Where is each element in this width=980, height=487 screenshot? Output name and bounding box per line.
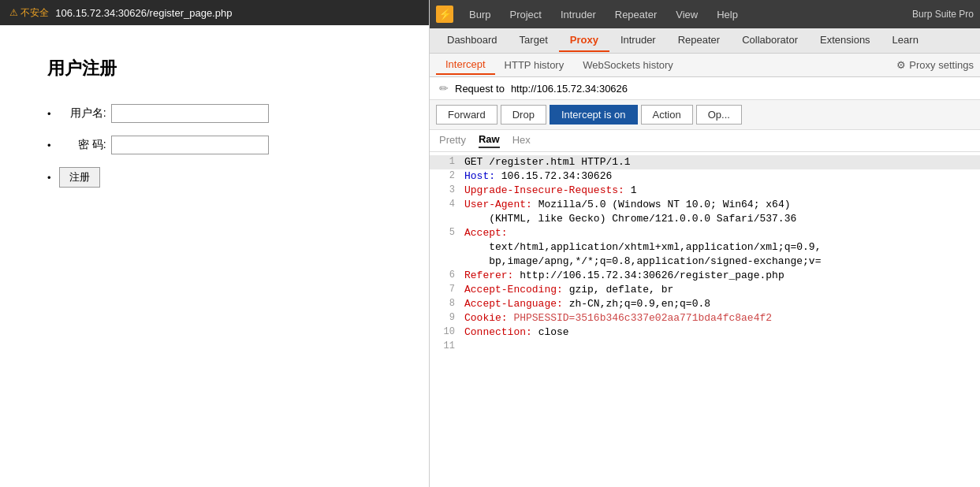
http-line-2: 2 Host: 106.15.72.34:30626 — [430, 169, 980, 184]
action-bar: Forward Drop Intercept is on Action Op..… — [430, 100, 980, 130]
http-line-8: 8 Accept-Language: zh-CN,zh;q=0.9,en;q=0… — [430, 297, 980, 311]
line-num-5b — [436, 241, 455, 254]
password-label: 密 码: — [59, 138, 106, 152]
line-content-4: User-Agent: Mozilla/5.0 (Windows NT 10.0… — [464, 199, 790, 211]
http-line-7: 7 Accept-Encoding: gzip, deflate, br — [430, 283, 980, 297]
tab-target[interactable]: Target — [509, 29, 559, 52]
line-num-5c — [436, 255, 455, 268]
view-tab-raw[interactable]: Raw — [479, 133, 500, 148]
line-num-2: 2 — [436, 170, 455, 183]
forward-button[interactable]: Forward — [436, 105, 497, 125]
sub-tab-websockets[interactable]: WebSockets history — [573, 56, 683, 74]
submit-row: • 注册 — [47, 167, 100, 188]
http-line-9: 9 Cookie: PHPSESSID=3516b346c337e02aa771… — [430, 311, 980, 325]
line-num-3: 3 — [436, 184, 455, 197]
line-num-1: 1 — [436, 156, 455, 169]
view-tab-pretty[interactable]: Pretty — [439, 134, 466, 147]
page-title: 用户注册 — [47, 57, 117, 80]
line-num-4b — [436, 213, 455, 225]
http-line-10: 10 Connection: close — [430, 325, 980, 340]
request-url: http://106.15.72.34:30626 — [511, 83, 628, 95]
proxy-settings-label: Proxy settings — [909, 59, 974, 71]
line-num-8: 8 — [436, 298, 455, 310]
line-num-10: 10 — [436, 326, 455, 339]
sub-tab-intercept[interactable]: Intercept — [436, 55, 495, 75]
line-content-1: GET /register.html HTTP/1.1 — [464, 156, 631, 169]
http-content: 1 GET /register.html HTTP/1.1 2 Host: 10… — [430, 152, 980, 487]
tab-extensions[interactable]: Extensions — [809, 29, 881, 52]
http-line-5c: bp,image/apng,*/*;q=0.8,application/sign… — [430, 255, 980, 269]
bullet-3: • — [47, 172, 51, 184]
line-num-11: 11 — [436, 340, 455, 353]
line-content-5c: bp,image/apng,*/*;q=0.8,application/sign… — [464, 255, 821, 268]
menu-help[interactable]: Help — [714, 7, 741, 22]
http-line-6: 6 Referer: http://106.15.72.34:30626/reg… — [430, 269, 980, 283]
sub-tab-http-history[interactable]: HTTP history — [495, 56, 574, 74]
menu-bar: ⚡ Burp Project Intruder Repeater View He… — [430, 0, 980, 28]
proxy-settings-button[interactable]: ⚙ Proxy settings — [896, 59, 974, 71]
line-content-4b: (KHTML, like Gecko) Chrome/121.0.0.0 Saf… — [464, 213, 796, 225]
drop-button[interactable]: Drop — [501, 105, 546, 125]
line-content-5b: text/html,application/xhtml+xml,applicat… — [464, 241, 821, 254]
address-bar: ⚠ 不安全 106.15.72.34:30626/register_page.p… — [0, 0, 429, 25]
line-content-5: Accept: — [464, 227, 508, 240]
line-content-7: Accept-Encoding: gzip, deflate, br — [464, 284, 673, 296]
request-info-bar: ✏ Request to http://106.15.72.34:30626 — [430, 77, 980, 100]
http-line-5b: text/html,application/xhtml+xml,applicat… — [430, 240, 980, 255]
menu-repeater[interactable]: Repeater — [612, 7, 660, 22]
tab-proxy[interactable]: Proxy — [559, 29, 609, 52]
line-num-6: 6 — [436, 270, 455, 282]
open-button[interactable]: Op... — [696, 105, 742, 125]
line-num-7: 7 — [436, 284, 455, 296]
line-content-10: Connection: close — [464, 326, 569, 339]
username-row: • 用户名: — [47, 104, 269, 123]
burp-title: Burp Suite Pro — [912, 9, 974, 20]
bullet-2: • — [47, 139, 51, 151]
http-line-3: 3 Upgrade-Insecure-Requests: 1 — [430, 184, 980, 198]
tab-learn[interactable]: Learn — [881, 29, 930, 52]
menu-burp[interactable]: Burp — [466, 7, 494, 22]
burp-logo: ⚡ — [436, 6, 453, 23]
tab-intruder[interactable]: Intruder — [609, 29, 667, 52]
sub-tab-bar: Intercept HTTP history WebSockets histor… — [430, 54, 980, 77]
menu-view[interactable]: View — [673, 7, 701, 22]
view-tabs: Pretty Raw Hex — [430, 130, 980, 152]
line-num-4: 4 — [436, 199, 455, 211]
line-num-5: 5 — [436, 227, 455, 240]
intercept-on-button[interactable]: Intercept is on — [550, 105, 638, 125]
http-line-11: 11 — [430, 340, 980, 354]
request-prefix: Request to — [455, 83, 505, 95]
menu-intruder[interactable]: Intruder — [557, 7, 599, 22]
submit-button[interactable]: 注册 — [59, 167, 100, 188]
gear-icon: ⚙ — [896, 59, 906, 71]
line-content-8: Accept-Language: zh-CN,zh;q=0.9,en;q=0.8 — [464, 298, 710, 310]
pencil-icon: ✏ — [439, 82, 449, 95]
line-num-9: 9 — [436, 312, 455, 325]
line-content-2: Host: 106.15.72.34:30626 — [464, 170, 612, 183]
username-input[interactable] — [111, 104, 269, 123]
http-line-4b: (KHTML, like Gecko) Chrome/121.0.0.0 Saf… — [430, 212, 980, 226]
tab-dashboard[interactable]: Dashboard — [436, 29, 509, 52]
burp-panel: ⚡ Burp Project Intruder Repeater View He… — [430, 0, 980, 487]
line-content-3: Upgrade-Insecure-Requests: 1 — [464, 184, 636, 197]
tab-repeater[interactable]: Repeater — [667, 29, 731, 52]
warning-icon: ⚠ 不安全 — [9, 6, 49, 20]
view-tab-hex[interactable]: Hex — [512, 134, 531, 147]
url-text: 106.15.72.34:30626/register_page.php — [55, 7, 232, 19]
bullet-1: • — [47, 108, 51, 120]
password-row: • 密 码: — [47, 136, 269, 154]
tab-collaborator[interactable]: Collaborator — [731, 29, 809, 52]
http-line-1: 1 GET /register.html HTTP/1.1 — [430, 155, 980, 169]
menu-project[interactable]: Project — [506, 7, 544, 22]
browser-panel: ⚠ 不安全 106.15.72.34:30626/register_page.p… — [0, 0, 430, 487]
browser-content: 用户注册 • 用户名: • 密 码: • 注册 — [0, 25, 429, 487]
main-tab-bar: Dashboard Target Proxy Intruder Repeater… — [430, 28, 980, 54]
line-content-6: Referer: http://106.15.72.34:30626/regis… — [464, 270, 784, 282]
line-content-9: Cookie: PHPSESSID=3516b346c337e02aa771bd… — [464, 312, 772, 325]
http-line-4: 4 User-Agent: Mozilla/5.0 (Windows NT 10… — [430, 198, 980, 212]
username-label: 用户名: — [59, 106, 106, 121]
action-button[interactable]: Action — [641, 105, 693, 125]
password-input[interactable] — [111, 136, 269, 154]
http-line-5: 5 Accept: — [430, 226, 980, 240]
